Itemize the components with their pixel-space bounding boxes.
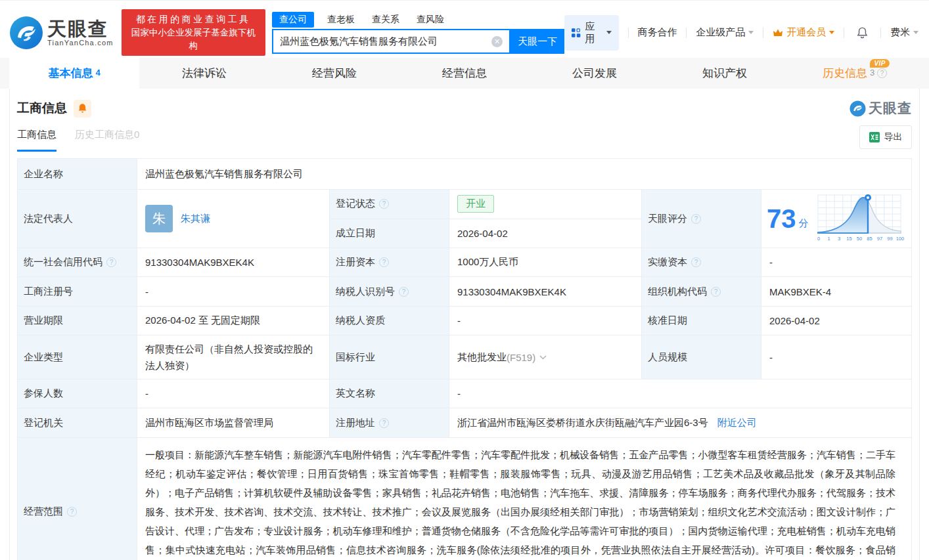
svg-text:50: 50: [856, 236, 861, 242]
field-label: 经营范围: [18, 438, 137, 560]
monitor-bell-icon[interactable]: [74, 100, 91, 118]
user-menu[interactable]: 费米: [890, 26, 918, 39]
field-label-text: 实缴资本: [648, 256, 687, 269]
search-tabs: 查公司 查老板 查关系 查风险: [272, 11, 564, 28]
chevron-down-icon: [829, 31, 834, 34]
help-icon[interactable]: [399, 287, 409, 297]
search-button[interactable]: 天眼一下: [510, 29, 564, 54]
tab-label: 历史信息: [823, 66, 867, 81]
help-icon[interactable]: [67, 507, 77, 517]
slogan-line2: 国家中小企业发展子基金旗下机构: [128, 26, 259, 53]
slogan-line1: 都在用的商业查询工具: [128, 12, 259, 26]
tianyancha-swirl-icon: [9, 16, 43, 50]
tab-label: 经营风险: [312, 66, 357, 81]
establish-date-value: 2026-04-02: [449, 219, 642, 249]
insured-count-value: -: [137, 379, 330, 408]
field-label: 成立日期: [330, 219, 449, 249]
field-label: 英文名称: [330, 379, 449, 408]
search-tab-company[interactable]: 查公司: [272, 12, 314, 28]
help-icon[interactable]: [691, 214, 701, 224]
tab-intellectual-property[interactable]: 知识产权: [660, 58, 790, 89]
tab-business-info[interactable]: 经营信息: [399, 58, 530, 89]
field-label: 企业类型: [18, 335, 137, 379]
notification-bell-icon[interactable]: [856, 26, 869, 39]
subtab-history-registration[interactable]: 历史工商信息0: [75, 129, 139, 152]
tab-count: 4: [95, 68, 100, 77]
svg-text:3: 3: [837, 236, 840, 242]
field-label-text: 经营范围: [24, 506, 63, 518]
field-label: 国标行业: [330, 335, 449, 379]
search-tab-relation[interactable]: 查关系: [372, 14, 399, 26]
table-row: 法定代表人 朱 朱其谦 登记状态 开业 成立日期 2026-04-02 天眼评分: [18, 190, 911, 248]
svg-text:97: 97: [876, 236, 882, 242]
help-icon[interactable]: [711, 287, 721, 297]
help-icon[interactable]: [379, 257, 389, 267]
help-icon[interactable]: [106, 257, 116, 267]
tab-legal-proceedings[interactable]: 法律诉讼: [139, 58, 269, 89]
search-tab-risk[interactable]: 查风险: [417, 14, 444, 26]
table-row: 经营范围 一般项目：新能源汽车整车销售；新能源汽车电附件销售；汽车零配件零售；汽…: [18, 438, 911, 560]
watermark-text: 天眼查: [869, 99, 912, 118]
legal-rep-cell: 朱 朱其谦: [137, 190, 330, 248]
registration-table: 企业名称 温州蓝色极氪汽车销售服务有限公司 法定代表人 朱 朱其谦 登记状态 开…: [17, 158, 912, 560]
org-code-value: MAK9BXEK-4: [761, 277, 911, 307]
nav-cooperation[interactable]: 商务合作: [637, 26, 677, 39]
tianyancha-logo[interactable]: 天眼查 TianYanCha.com: [9, 16, 114, 50]
avatar[interactable]: 朱: [145, 205, 173, 232]
search-tab-boss[interactable]: 查老板: [327, 14, 355, 26]
tab-basic-info[interactable]: 基本信息 4: [9, 58, 139, 89]
divider: [686, 28, 687, 38]
subtab-business-registration[interactable]: 工商信息: [17, 129, 57, 152]
logo-subtitle: TianYanCha.com: [47, 39, 114, 47]
svg-text:1: 1: [827, 236, 830, 242]
tab-history-info[interactable]: VIP 历史信息 3: [790, 58, 920, 89]
search-input[interactable]: [273, 36, 491, 47]
apps-label: 应用: [585, 20, 602, 45]
table-row: 参保人数 - 英文名称 -: [18, 379, 911, 408]
table-row: 企业名称 温州蓝色极氪汽车销售服务有限公司: [18, 159, 911, 190]
field-label: 纳税人资质: [330, 307, 449, 335]
reg-address-cell: 浙江省温州市瓯海区娄桥街道永庆街瓯融汽车产业园6-3号 附近公司: [449, 408, 911, 438]
clear-icon[interactable]: [491, 36, 503, 47]
tyc-score-cell: 73 分 0: [761, 190, 911, 248]
tab-count: 3: [870, 68, 874, 77]
nav-enterprise[interactable]: 企业级产品: [696, 26, 754, 39]
business-scope-cell: 一般项目：新能源汽车整车销售；新能源汽车电附件销售；汽车零配件零售；汽车零配件批…: [137, 438, 911, 560]
search-area: 查公司 查老板 查关系 查风险 天眼一下: [272, 11, 564, 54]
reg-authority-value: 温州市瓯海区市场监督管理局: [137, 408, 330, 438]
grid-icon: [572, 28, 580, 38]
excel-icon: [869, 132, 880, 142]
reg-address-value: 浙江省温州市瓯海区娄桥街道永庆街瓯融汽车产业园6-3号: [457, 417, 708, 429]
crown-icon: [773, 28, 783, 37]
search-box: [272, 29, 510, 54]
apps-menu[interactable]: 应用: [564, 15, 618, 51]
table-row: 企业类型 有限责任公司（非自然人投资或控股的法人独资） 国标行业 其他批发业 (…: [18, 335, 911, 379]
divider: [844, 28, 844, 38]
field-label: 天眼评分: [642, 190, 761, 248]
svg-text:99: 99: [887, 236, 892, 242]
table-row: 营业期限 2026-04-02 至 无固定期限 纳税人资质 - 核准日期 202…: [18, 307, 911, 335]
nearby-companies-link[interactable]: 附近公司: [717, 417, 757, 429]
divider: [628, 28, 629, 38]
field-label-text: 注册地址: [336, 417, 375, 429]
chevron-down-icon: [748, 31, 754, 34]
help-icon[interactable]: [877, 68, 887, 78]
legal-rep-link[interactable]: 朱其谦: [181, 213, 210, 225]
field-label: 人员规模: [642, 335, 761, 379]
tab-company-development[interactable]: 公司发展: [530, 58, 660, 89]
table-row: 工商注册号 - 纳税人识别号 91330304MAK9BXEK4K 组织机构代码…: [18, 277, 911, 307]
nav-vip-membership[interactable]: 开通会员: [773, 26, 834, 39]
field-label: 核准日期: [642, 307, 761, 335]
logo-title: 天眼查: [47, 19, 114, 39]
export-button[interactable]: 导出: [859, 125, 912, 149]
chevron-down-icon[interactable]: [539, 355, 547, 360]
field-label: 统一社会信用代码: [18, 248, 137, 277]
help-icon[interactable]: [379, 199, 389, 209]
tab-operating-risk[interactable]: 经营风险: [269, 58, 399, 89]
help-icon[interactable]: [379, 418, 389, 428]
reg-number-value: -: [137, 277, 330, 307]
tianyancha-swirl-icon: [850, 100, 866, 117]
help-icon[interactable]: [691, 257, 701, 267]
industry-value: 其他批发业: [457, 351, 507, 364]
svg-text:100: 100: [895, 236, 904, 242]
